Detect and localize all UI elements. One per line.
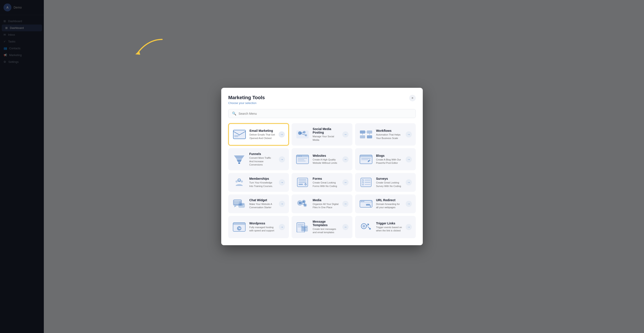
tool-desc-blogs: Create A Blog With Our Powerful Post Edi… (376, 158, 402, 165)
tool-card-funnels[interactable]: Funnels Convert More Traffic And Increas… (228, 148, 289, 170)
svg-rect-72 (302, 228, 306, 229)
modal-overlay[interactable]: Marketing Tools Choose your selection × … (0, 0, 644, 333)
svg-point-76 (369, 228, 371, 230)
svg-point-17 (299, 156, 300, 157)
tool-name-email-marketing: Email Marketing (250, 129, 276, 132)
svg-rect-20 (298, 159, 304, 160)
tool-card-wordpress[interactable]: W Wordpress Fully managed hosting with s… (228, 216, 289, 238)
search-bar: 🔍 (228, 109, 416, 118)
svg-rect-25 (361, 159, 368, 160)
url-redirect-icon: WWW (359, 199, 373, 209)
tool-name-message-templates: Message Templates (312, 220, 339, 227)
svg-point-53 (299, 202, 301, 204)
annotation-arrow (127, 35, 171, 61)
svg-rect-19 (298, 158, 307, 159)
search-input[interactable] (238, 112, 412, 115)
tool-card-url-redirect[interactable]: WWW URL Redirect Domain forwarding for a… (355, 194, 416, 213)
modal-title-section: Marketing Tools Choose your selection (228, 95, 265, 105)
tool-desc-memberships: Turn Your Knowledge Into Training Course… (249, 181, 276, 188)
tool-name-url-redirect: URL Redirect (376, 198, 402, 202)
tool-card-media[interactable]: Media Organize All Your Digital Files In… (292, 194, 352, 213)
tool-arrow-funnels: → (279, 156, 285, 162)
svg-point-59 (363, 201, 364, 202)
tool-name-blogs: Blogs (376, 154, 402, 157)
tool-arrow-url-redirect: → (406, 201, 412, 207)
svg-point-29 (241, 180, 243, 183)
tool-info-chat-widget: Chat Widget Make Your Website A Conversa… (249, 198, 276, 209)
svg-rect-49 (239, 205, 243, 206)
svg-point-54 (303, 201, 304, 202)
message-templates-icon (296, 222, 310, 232)
tool-card-blogs[interactable]: Blogs Create A Blog With Our Powerful Po… (355, 148, 416, 170)
tool-name-wordpress: Wordpress (249, 222, 276, 225)
svg-marker-46 (234, 206, 236, 207)
tool-card-social-media[interactable]: Social Media Posting Manage Your Social … (292, 123, 352, 146)
tool-arrow-blogs: → (406, 156, 412, 162)
email-marketing-icon (232, 129, 246, 140)
svg-rect-8 (367, 130, 372, 134)
tool-arrow-websites: → (342, 156, 348, 162)
svg-point-28 (236, 180, 238, 183)
tool-arrow-chat-widget: → (279, 201, 285, 207)
svg-marker-77 (135, 51, 140, 55)
tool-card-chat-widget[interactable]: Chat Widget Make Your Website A Conversa… (228, 194, 289, 213)
tool-arrow-social-media: → (342, 131, 348, 137)
tool-card-surveys[interactable]: Surveys Create Great Looking Survey With… (355, 173, 416, 192)
tool-desc-funnels: Convert More Traffic And Increase Conver… (249, 156, 276, 166)
tool-card-forms[interactable]: Forms Create Great Looking Forms With No… (292, 173, 352, 192)
memberships-icon (232, 177, 246, 188)
tool-card-memberships[interactable]: Memberships Turn Your Knowledge Into Tra… (228, 173, 289, 192)
tool-desc-websites: Create A High Quality Website Without Li… (312, 158, 339, 165)
svg-rect-33 (298, 184, 303, 185)
tool-name-websites: Websites (312, 154, 339, 157)
tool-name-workflows: Workflows (376, 129, 402, 132)
tool-desc-chat-widget: Make Your Website A Conversation Starter (249, 203, 276, 209)
modal-subtitle: Choose your selection (228, 101, 265, 105)
svg-rect-21 (298, 161, 306, 161)
tool-info-media: Media Organize All Your Digital Files In… (312, 198, 339, 209)
wordpress-icon: W (232, 222, 246, 232)
tool-info-social-media: Social Media Posting Manage Your Social … (312, 127, 339, 142)
tool-info-email-marketing: Email Marketing Deliver Emails That Get … (250, 129, 276, 140)
funnels-icon (232, 154, 246, 165)
tool-arrow-email-marketing: → (279, 131, 285, 137)
tool-arrow-surveys: → (406, 179, 412, 185)
svg-marker-11 (234, 155, 244, 159)
svg-rect-10 (367, 135, 372, 138)
tool-card-message-templates[interactable]: Message Templates Create text messages a… (292, 216, 352, 238)
svg-point-58 (361, 201, 362, 202)
tool-desc-trigger-links: Trigger events based on when the link is… (376, 226, 402, 233)
svg-rect-39 (365, 182, 370, 183)
modal-header: Marketing Tools Choose your selection × (228, 95, 416, 105)
tool-info-forms: Forms Create Great Looking Forms With No… (312, 177, 339, 188)
tool-info-wordpress: Wordpress Fully managed hosting with spe… (249, 222, 276, 233)
marketing-tools-modal: Marketing Tools Choose your selection × … (221, 88, 423, 245)
tool-card-trigger-links[interactable]: Trigger Links Trigger events based on wh… (355, 216, 416, 238)
tool-card-workflows[interactable]: Workflows Automation That Helps Your Bus… (355, 123, 416, 146)
tool-name-chat-widget: Chat Widget (249, 198, 276, 202)
svg-rect-63 (233, 223, 245, 225)
tool-desc-wordpress: Fully managed hosting with speed and sup… (249, 226, 276, 233)
svg-rect-41 (365, 184, 370, 185)
tool-card-email-marketing[interactable]: Email Marketing Deliver Emails That Get … (228, 123, 289, 146)
chat-widget-icon (232, 199, 246, 209)
tool-info-workflows: Workflows Automation That Helps Your Bus… (376, 129, 402, 140)
tool-arrow-media: → (342, 201, 348, 207)
svg-rect-3 (296, 130, 309, 138)
tool-arrow-message-templates: → (342, 224, 348, 230)
tool-card-websites[interactable]: Websites Create A High Quality Website W… (292, 148, 352, 170)
svg-rect-73 (302, 230, 306, 230)
svg-marker-12 (236, 159, 242, 162)
tool-desc-social-media: Manage Your Social Media (312, 135, 339, 142)
close-button[interactable]: × (409, 95, 416, 101)
svg-point-18 (301, 156, 302, 157)
surveys-icon (359, 177, 373, 188)
workflows-icon (359, 129, 373, 140)
tool-info-memberships: Memberships Turn Your Knowledge Into Tra… (249, 177, 276, 188)
tool-desc-message-templates: Create text messages and email templates (312, 228, 339, 234)
svg-text:WWW: WWW (366, 204, 370, 206)
tool-name-memberships: Memberships (249, 177, 276, 180)
tool-name-social-media: Social Media Posting (312, 127, 339, 134)
svg-rect-44 (234, 202, 239, 203)
svg-rect-48 (239, 204, 244, 205)
